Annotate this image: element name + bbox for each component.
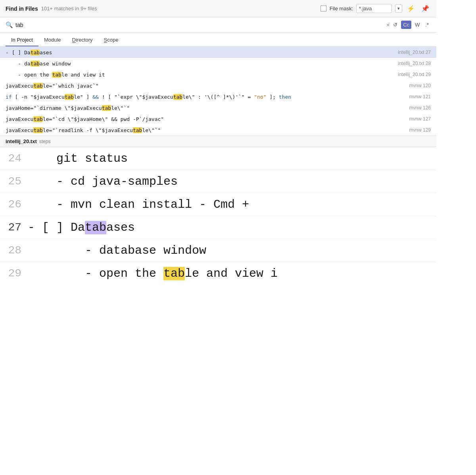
result-meta: intellij_20.txt 28: [398, 61, 431, 66]
tab-module[interactable]: Module: [38, 35, 67, 46]
refresh-button[interactable]: ↺: [391, 21, 399, 29]
regex-button[interactable]: .*: [423, 21, 431, 29]
preview-content: 24 git status 25 - cd java-samples 26 - …: [0, 147, 436, 285]
line-content: - open the table and view i: [28, 263, 278, 284]
case-sensitive-button[interactable]: Cc: [401, 21, 411, 29]
result-item[interactable]: - database window intellij_20.txt 28: [0, 58, 436, 69]
whole-word-button[interactable]: W: [413, 21, 422, 29]
result-text: if [ -n "$javaExecutable" ] && ! [ "`exp…: [6, 94, 291, 100]
line-number: 28: [0, 245, 28, 256]
preview-line: 27 - [ ] Databases: [0, 216, 436, 239]
result-text: - database window: [6, 61, 71, 67]
result-item[interactable]: javaExecutable="`cd \"$javaHome\" && pwd…: [0, 113, 436, 124]
result-item[interactable]: javaHome="`dirname \"$javaExecutable\"`"…: [0, 102, 436, 113]
result-meta: mvnw 121: [409, 94, 431, 100]
preview-line: 26 - mvn clean install - Cmd +: [0, 193, 436, 216]
tab-scope[interactable]: Scope: [98, 35, 124, 46]
preview-section: intellij_20.txt steps 24 git status 25 -…: [0, 136, 436, 285]
header-right: File mask: ▾ ⚡ 📌: [321, 4, 431, 13]
result-item[interactable]: javaExecutable="`readlink -f \"$javaExec…: [0, 124, 436, 136]
result-item[interactable]: if [ -n "$javaExecutable" ] && ! [ "`exp…: [0, 91, 436, 102]
file-mask-input[interactable]: [356, 4, 392, 13]
preview-line: 29 - open the table and view i: [0, 262, 436, 285]
filter-icon[interactable]: ⚡: [405, 4, 416, 13]
result-meta: mvnw 126: [409, 105, 431, 111]
line-content: git status: [28, 148, 128, 169]
result-meta: intellij_20.txt 27: [398, 50, 431, 55]
result-item[interactable]: javaExecutable="`which javac`" mvnw 120: [0, 80, 436, 91]
search-actions: × ↺ Cc W .*: [386, 21, 431, 29]
preview-header: intellij_20.txt steps: [0, 136, 436, 147]
line-content: - [ ] Databases: [28, 217, 135, 238]
result-item[interactable]: - [ ] Databases intellij_20.txt 27: [0, 47, 436, 58]
file-mask-dropdown[interactable]: ▾: [395, 4, 402, 13]
find-in-files-header: Find in Files 101+ matches in 9+ files F…: [0, 0, 436, 17]
result-meta: mvnw 129: [409, 127, 431, 133]
preview-line: 28 - database window: [0, 239, 436, 262]
line-number: 29: [0, 268, 28, 279]
search-scope-tabs: In Project Module Directory Scope: [0, 33, 436, 47]
preview-line: 25 - cd java-samples: [0, 170, 436, 193]
line-number: 26: [0, 199, 28, 210]
search-icon: 🔍: [6, 21, 13, 29]
line-number: 27: [0, 222, 28, 233]
line-content: - database window: [28, 240, 206, 261]
result-item[interactable]: - open the table and view it intellij_20…: [0, 69, 436, 80]
result-text: - open the table and view it: [6, 72, 105, 78]
file-mask-checkbox[interactable]: [321, 6, 326, 11]
search-input[interactable]: [15, 22, 384, 28]
result-text: javaExecutable="`readlink -f \"$javaExec…: [6, 127, 161, 133]
line-number: 24: [0, 153, 28, 164]
result-text: javaExecutable="`cd \"$javaHome\" && pwd…: [6, 116, 164, 122]
line-content: - mvn clean install - Cmd +: [28, 194, 249, 215]
pin-icon[interactable]: 📌: [420, 4, 431, 13]
match-count: 101+ matches in 9+ files: [41, 6, 97, 11]
result-meta: mvnw 127: [409, 116, 431, 122]
result-meta: intellij_20.txt 29: [398, 72, 431, 77]
tab-directory[interactable]: Directory: [67, 35, 98, 46]
result-text: javaExecutable="`which javac`": [6, 83, 99, 89]
results-list: - [ ] Databases intellij_20.txt 27 - dat…: [0, 47, 436, 136]
panel-title: Find in Files: [6, 6, 38, 12]
header-left: Find in Files 101+ matches in 9+ files: [6, 6, 97, 12]
preview-line: 24 git status: [0, 147, 436, 170]
line-content: - cd java-samples: [28, 171, 178, 192]
result-text: javaHome="`dirname \"$javaExecutable\"`": [6, 105, 130, 111]
tab-in-project[interactable]: In Project: [6, 35, 38, 46]
result-meta: mvnw 120: [409, 83, 431, 88]
file-mask-label: File mask:: [330, 6, 353, 11]
search-bar: 🔍 × ↺ Cc W .*: [0, 17, 436, 33]
preview-label: steps: [39, 139, 51, 144]
clear-button[interactable]: ×: [386, 22, 390, 28]
line-number: 25: [0, 176, 28, 187]
preview-filename: intellij_20.txt: [6, 138, 37, 144]
result-text: - [ ] Databases: [6, 50, 52, 56]
